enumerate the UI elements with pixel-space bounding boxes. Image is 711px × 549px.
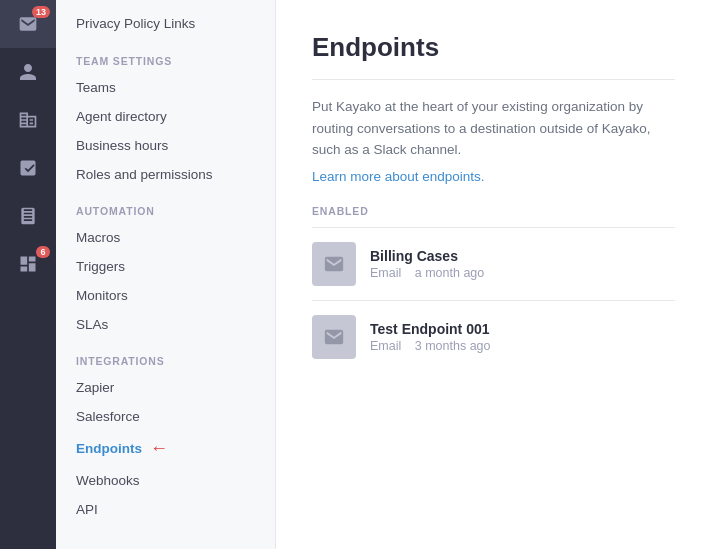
settings-sidebar: Privacy Policy Links TEAM SETTINGS Teams… [56,0,276,549]
endpoint-info: Billing Cases Email a month ago [370,248,494,280]
integrations-label: INTEGRATIONS [56,339,275,373]
nav-knowledge[interactable] [0,192,56,240]
billing-cases-icon [312,242,356,286]
endpoints-arrow: ← [150,438,168,459]
sidebar-item-api[interactable]: API [56,495,275,524]
book-icon [18,206,38,226]
sidebar-item-teams[interactable]: Teams [56,73,275,102]
enabled-label: ENABLED [312,205,675,217]
dashboard-icon [18,254,38,274]
contacts-icon [18,62,38,82]
nav-contacts[interactable] [0,48,56,96]
endpoint-billing-cases[interactable]: Billing Cases Email a month ago [312,227,675,300]
sidebar-item-agent-directory[interactable]: Agent directory [56,102,275,131]
endpoint-type-2: Email [370,339,401,353]
endpoint-time-2: 3 months ago [415,339,491,353]
nav-inbox[interactable]: 13 [0,0,56,48]
main-content: Endpoints Put Kayako at the heart of you… [276,0,711,549]
automation-label: AUTOMATION [56,189,275,223]
main-description: Put Kayako at the heart of your existing… [312,96,675,161]
sidebar-item-webhooks[interactable]: Webhooks [56,466,275,495]
page-title: Endpoints [312,32,675,63]
endpoint-time: a month ago [415,266,485,280]
sidebar-item-business-hours[interactable]: Business hours [56,131,275,160]
sidebar-item-monitors[interactable]: Monitors [56,281,275,310]
learn-more-link[interactable]: Learn more about endpoints. [312,169,485,184]
icon-nav: 13 6 [0,0,56,549]
endpoint-name-2: Test Endpoint 001 [370,321,501,337]
endpoint-name: Billing Cases [370,248,494,264]
sidebar-item-endpoints[interactable]: Endpoints ← [56,431,275,466]
endpoint-test-001[interactable]: Test Endpoint 001 Email 3 months ago [312,300,675,373]
sidebar-item-zapier[interactable]: Zapier [56,373,275,402]
privacy-policy-links[interactable]: Privacy Policy Links [56,8,275,39]
sidebar-item-triggers[interactable]: Triggers [56,252,275,281]
endpoint-meta: Email a month ago [370,266,494,280]
building-icon [18,110,38,130]
inbox-badge: 13 [32,6,50,18]
nav-dashboard[interactable]: 6 [0,240,56,288]
endpoint-info-2: Test Endpoint 001 Email 3 months ago [370,321,501,353]
endpoint-meta-2: Email 3 months ago [370,339,501,353]
chart-icon [18,158,38,178]
dashboard-badge: 6 [36,246,50,258]
endpoint-type: Email [370,266,401,280]
sidebar-item-roles[interactable]: Roles and permissions [56,160,275,189]
sidebar-item-slas[interactable]: SLAs [56,310,275,339]
nav-cases[interactable] [0,96,56,144]
title-divider [312,79,675,80]
team-settings-label: TEAM SETTINGS [56,39,275,73]
sidebar-item-macros[interactable]: Macros [56,223,275,252]
nav-reports[interactable] [0,144,56,192]
test-endpoint-icon [312,315,356,359]
sidebar-item-salesforce[interactable]: Salesforce [56,402,275,431]
